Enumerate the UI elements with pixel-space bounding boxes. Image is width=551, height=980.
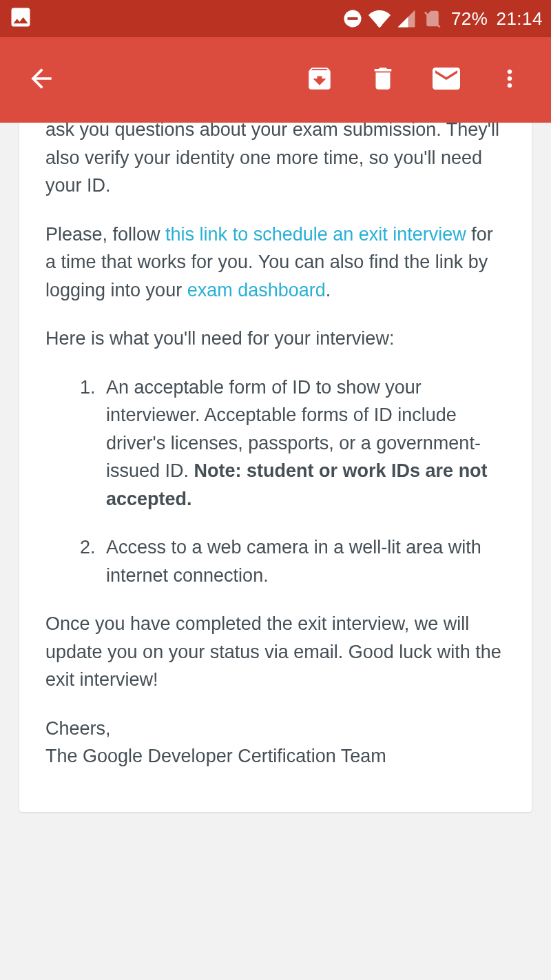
clock-text: 21:14 [496,8,543,30]
mark-unread-button[interactable] [422,55,471,105]
list-item: Access to a web camera in a well-lit are… [101,533,506,589]
text-fragment: . [326,280,331,300]
delete-button[interactable] [358,55,408,105]
battery-text: 72% [451,8,488,30]
signature-team: The Google Developer Certification Team [45,746,386,766]
mail-icon [430,62,463,98]
paragraph-links: Please, follow this link to schedule an … [45,221,506,305]
arrow-back-icon [26,63,56,96]
status-bar: 72% 21:14 [0,0,551,37]
cell-signal-icon [396,8,417,29]
wifi-icon [368,8,391,30]
delete-icon [368,64,397,96]
dnd-icon [342,8,363,29]
svg-rect-1 [347,17,357,20]
image-icon [8,5,33,32]
content-area[interactable]: ask you questions about your exam submis… [0,123,551,980]
status-left [8,5,33,32]
status-right: 72% 21:14 [342,8,543,30]
email-body: ask you questions about your exam submis… [19,123,532,812]
list-item: An acceptable form of ID to show your in… [101,374,506,513]
requirements-list: An acceptable form of ID to show your in… [45,374,506,590]
back-button[interactable] [17,55,66,105]
back-button-container [17,55,281,105]
more-vert-icon [496,65,523,95]
archive-button[interactable] [295,55,344,105]
app-bar [0,37,551,123]
paragraph-closing: Once you have completed the exit intervi… [45,610,506,694]
schedule-interview-link[interactable]: this link to schedule an exit interview [165,224,466,245]
archive-icon [305,64,334,96]
text-fragment: Please, follow [45,224,165,245]
no-sim-icon [422,8,443,29]
signature: Cheers, The Google Developer Certificati… [45,715,506,770]
paragraph-intro: ask you questions about your exam submis… [45,123,506,200]
more-button[interactable] [485,55,534,105]
signature-cheers: Cheers, [45,718,111,739]
paragraph-need: Here is what you'll need for your interv… [45,325,506,353]
exam-dashboard-link[interactable]: exam dashboard [187,280,326,300]
